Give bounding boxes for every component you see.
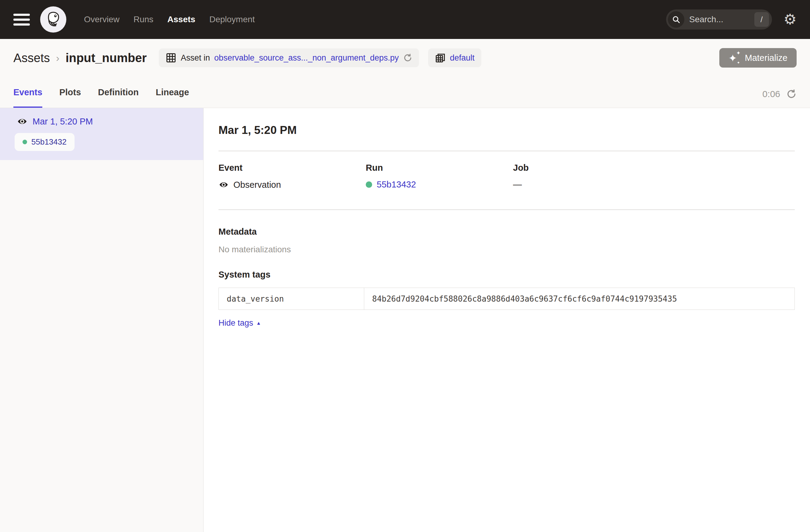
repo-badge[interactable]: default [428, 48, 481, 67]
run-status-dot [366, 181, 372, 188]
job-empty-value: — [513, 180, 522, 190]
run-status-dot [22, 140, 27, 144]
search-input[interactable] [689, 15, 754, 25]
asset-tabs-bar: Events Plots Definition Lineage 0:06 [0, 77, 810, 108]
event-list-sidebar: Mar 1, 5:20 PM 55b13432 [0, 108, 204, 532]
event-column: Event Observation [218, 163, 366, 190]
tag-value-cell: 84b26d7d9204cbf588026c8a9886d403a6c9637c… [364, 288, 795, 310]
tag-key-cell: data_version [219, 288, 364, 310]
refresh-icon[interactable] [786, 89, 797, 99]
job-column: Job — [513, 163, 660, 190]
metadata-heading: Metadata [218, 227, 795, 237]
nav-item-runs[interactable]: Runs [133, 15, 153, 25]
tab-events[interactable]: Events [13, 87, 42, 108]
asset-file-link[interactable]: observable_source_ass..._non_argument_de… [214, 53, 399, 63]
caret-up-icon: ▲ [256, 321, 261, 326]
settings-gear-icon[interactable]: ⚙ [783, 12, 797, 27]
table-row: data_version 84b26d7d9204cbf588026c8a988… [219, 288, 795, 310]
breadcrumb-chevron-icon: › [56, 52, 59, 64]
materialize-button[interactable]: ✦ ✦ ✦ Materialize [719, 48, 797, 68]
primary-nav: Overview Runs Assets Deployment [84, 15, 255, 25]
materialize-label: Materialize [745, 53, 788, 63]
job-column-label: Job [513, 163, 660, 173]
tab-plots[interactable]: Plots [59, 87, 81, 108]
run-id-label: 55b13432 [31, 137, 67, 147]
event-list-item[interactable]: Mar 1, 5:20 PM 55b13432 [0, 108, 203, 160]
event-detail-title: Mar 1, 5:20 PM [218, 124, 795, 136]
search-shortcut-badge: / [754, 12, 769, 27]
run-id-link[interactable]: 55b13432 [377, 180, 416, 190]
repo-default-link[interactable]: default [450, 53, 475, 63]
events-content: Mar 1, 5:20 PM 55b13432 Mar 1, 5:20 PM E… [0, 108, 810, 532]
event-detail-panel: Mar 1, 5:20 PM Event Observation Run [204, 108, 810, 532]
metadata-empty-text: No materializations [218, 245, 795, 255]
system-tags-table: data_version 84b26d7d9204cbf588026c8a988… [218, 288, 795, 310]
hide-tags-label: Hide tags [218, 318, 253, 328]
nav-item-overview[interactable]: Overview [84, 15, 119, 25]
asset-header: Assets › input_number Asset in observabl… [0, 39, 810, 77]
observation-eye-icon [17, 116, 28, 127]
nav-item-assets[interactable]: Assets [167, 15, 195, 25]
search-bar[interactable]: / [666, 10, 772, 30]
search-icon [668, 11, 684, 28]
top-nav: Overview Runs Assets Deployment / ⚙ [0, 0, 810, 39]
event-column-label: Event [218, 163, 366, 173]
page-title: input_number [65, 51, 147, 65]
asset-grid-icon [165, 52, 177, 63]
asset-location-badge: Asset in observable_source_ass..._non_ar… [159, 48, 419, 67]
tab-lineage[interactable]: Lineage [156, 87, 189, 108]
divider [218, 151, 795, 151]
reload-location-icon[interactable] [403, 53, 412, 62]
observation-eye-icon [218, 180, 229, 190]
asset-in-label: Asset in [181, 53, 210, 63]
system-tags-heading: System tags [218, 270, 795, 280]
event-type-value: Observation [233, 180, 281, 190]
tab-definition[interactable]: Definition [98, 87, 139, 108]
dagster-logo-icon[interactable] [40, 6, 66, 33]
sparkles-icon: ✦ ✦ ✦ [728, 51, 741, 65]
refresh-countdown: 0:06 [763, 89, 780, 99]
divider [218, 209, 795, 210]
run-column-label: Run [366, 163, 513, 173]
event-run-tag[interactable]: 55b13432 [15, 133, 75, 151]
breadcrumb-assets-link[interactable]: Assets [13, 51, 50, 65]
repo-icon [435, 52, 446, 63]
nav-item-deployment[interactable]: Deployment [209, 15, 255, 25]
menu-icon[interactable] [13, 14, 30, 26]
run-column: Run 55b13432 [366, 163, 513, 190]
hide-tags-link[interactable]: Hide tags ▲ [218, 318, 261, 328]
event-timestamp-link[interactable]: Mar 1, 5:20 PM [33, 116, 93, 127]
